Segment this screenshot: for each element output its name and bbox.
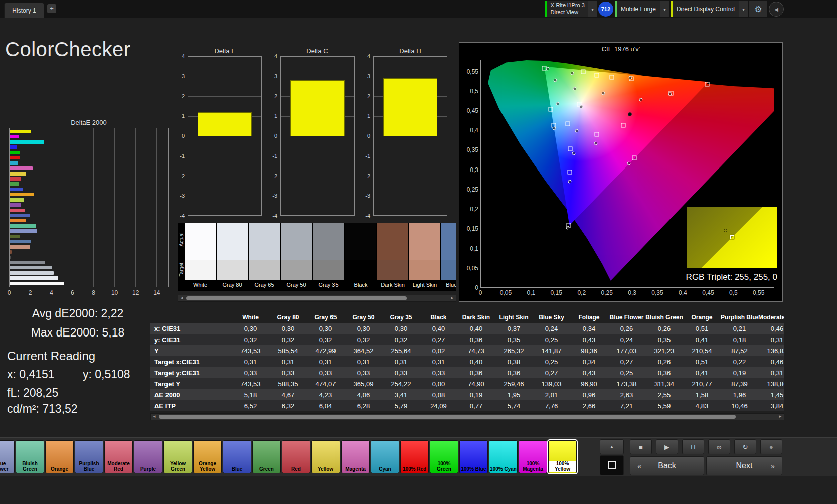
deltae-bar-gray-50 bbox=[10, 266, 52, 269]
cie-measured-point bbox=[572, 152, 576, 155]
table-cell: 7,76 bbox=[533, 402, 570, 410]
cie-xtick: 0,2 bbox=[577, 289, 586, 296]
record-button[interactable]: ● bbox=[760, 439, 782, 454]
patch-button-green[interactable]: Green bbox=[252, 440, 281, 473]
status-badge: 712 bbox=[598, 2, 613, 17]
table-col-header: Foliage bbox=[570, 314, 608, 321]
meter-selector[interactable]: X-Rite i1Pro 3 Direct View ▾ bbox=[545, 1, 596, 17]
stop-icon: ■ bbox=[639, 443, 643, 451]
table-cell: 1,58 bbox=[683, 391, 721, 399]
patch-button-orange-yellow[interactable]: Orange Yellow bbox=[193, 440, 222, 473]
expand-patterns-button[interactable]: ▲ bbox=[600, 439, 624, 454]
patch-button-magenta[interactable]: Magenta bbox=[341, 440, 370, 473]
rgb-triplet-label: RGB Triplet: 255, 255, 0 bbox=[636, 272, 777, 282]
patch-button-purple[interactable]: Purple bbox=[134, 440, 162, 473]
swatch-dark-skin: Dark Skin bbox=[377, 223, 408, 291]
pattern-window-button[interactable] bbox=[600, 455, 624, 475]
scrollbar-thumb[interactable] bbox=[159, 415, 736, 419]
deltae-bar-gray-35 bbox=[10, 261, 45, 264]
patch-button-bluish-green[interactable]: Bluish Green bbox=[16, 440, 44, 473]
table-cell: 0,41 bbox=[683, 369, 721, 377]
delta-gridline bbox=[374, 77, 447, 77]
patch-button-100-magenta[interactable]: 100% Magenta bbox=[519, 440, 547, 473]
swatch-label: Light Skin bbox=[409, 280, 440, 290]
pause-icon: H bbox=[691, 443, 695, 451]
patch-button-label: 100% Blue bbox=[460, 467, 487, 472]
swatch-scrollbar[interactable]: ◄ ► bbox=[178, 295, 456, 302]
deltae-bars bbox=[10, 130, 168, 285]
tab-history-1[interactable]: History 1 bbox=[4, 3, 44, 18]
cie-measured-point bbox=[575, 129, 579, 132]
table-cell: 0,31 bbox=[758, 336, 784, 344]
repeat-button[interactable]: ↻ bbox=[734, 439, 756, 454]
patch-button-red[interactable]: Red bbox=[282, 440, 310, 473]
table-cell: 74,90 bbox=[457, 380, 495, 388]
patch-button-100-green[interactable]: 100% Green bbox=[430, 440, 458, 473]
cie-filled-point bbox=[628, 112, 632, 116]
back-button[interactable]: « Back bbox=[630, 456, 704, 475]
patch-button-yellow-green[interactable]: Yellow Green bbox=[163, 440, 192, 473]
table-cell: 0,21 bbox=[721, 325, 758, 332]
table-cell: 365,09 bbox=[345, 380, 382, 388]
add-tab-button[interactable]: + bbox=[47, 4, 56, 13]
deltae-bar-purplish-blue bbox=[10, 214, 30, 217]
scroll-right-icon[interactable]: ► bbox=[449, 295, 456, 301]
continuous-button[interactable]: ∞ bbox=[708, 439, 730, 454]
patch-button-100-blue[interactable]: 100% Blue bbox=[459, 440, 488, 473]
patch-button-blue-flower[interactable]: Blue Flower bbox=[0, 440, 15, 473]
display-control-label: Direct Display Control bbox=[673, 6, 739, 13]
patch-button-label: 100% Green bbox=[431, 461, 457, 472]
collapse-panel-button[interactable]: ◀ bbox=[769, 2, 784, 17]
table-cell: 0,02 bbox=[420, 347, 457, 355]
pause-button[interactable]: H bbox=[682, 439, 704, 454]
actual-row-label: Actual bbox=[179, 230, 184, 250]
patch-button-yellow[interactable]: Yellow bbox=[311, 440, 340, 473]
chevron-down-icon[interactable]: ▾ bbox=[660, 1, 669, 17]
table-cell: 2,63 bbox=[608, 391, 645, 399]
delta-ytick: 1 bbox=[367, 113, 370, 119]
deltae-bar-black bbox=[10, 256, 11, 259]
patch-button-moderate-red[interactable]: Moderate Red bbox=[104, 440, 133, 473]
stop-button[interactable]: ■ bbox=[630, 439, 652, 454]
table-cell: 6,04 bbox=[307, 402, 345, 410]
scroll-left-icon[interactable]: ◄ bbox=[178, 295, 185, 301]
cie-measured-point bbox=[627, 162, 631, 165]
chevron-down-icon[interactable]: ▾ bbox=[739, 1, 748, 17]
patch-button-purplish-blue[interactable]: Purplish Blue bbox=[75, 440, 103, 473]
display-control-selector[interactable]: Direct Display Control ▾ bbox=[671, 1, 748, 17]
table-scrollbar[interactable]: ◄ ► bbox=[150, 413, 784, 420]
table-cell: 0,40 bbox=[420, 325, 457, 332]
delta-ytick: 3 bbox=[274, 73, 277, 79]
pattern-source-selector[interactable]: Mobile Forge ▾ bbox=[615, 1, 669, 17]
patch-button-100-cyan[interactable]: 100% Cyan bbox=[489, 440, 518, 473]
patch-button-label: 100% Red bbox=[401, 467, 428, 472]
delta-gridline bbox=[188, 77, 261, 77]
cie-xtick: 0,55 bbox=[753, 289, 764, 296]
delta-ytick: -4 bbox=[365, 213, 370, 219]
swatch-target-color bbox=[249, 260, 280, 280]
target-row-label: Target bbox=[179, 260, 184, 280]
chevron-left-icon: ◀ bbox=[774, 7, 778, 12]
next-label: Next bbox=[736, 461, 753, 470]
scroll-right-icon[interactable]: ► bbox=[777, 414, 784, 420]
patch-button-100-red[interactable]: 100% Red bbox=[400, 440, 429, 473]
table-row-label: Y bbox=[150, 347, 232, 355]
patch-button-cyan[interactable]: Cyan bbox=[371, 440, 399, 473]
patch-button-orange[interactable]: Orange bbox=[45, 440, 74, 473]
next-button[interactable]: Next » bbox=[706, 456, 782, 475]
patch-button-blue[interactable]: Blue bbox=[223, 440, 251, 473]
table-col-header: Blue Flower bbox=[608, 314, 645, 321]
table-cell: 0,27 bbox=[608, 358, 645, 366]
play-button[interactable]: ▶ bbox=[656, 439, 678, 454]
settings-button[interactable]: ⚙ bbox=[749, 1, 767, 17]
chevron-down-icon[interactable]: ▾ bbox=[588, 1, 597, 17]
patch-button-100-yellow[interactable]: 100% Yellow bbox=[548, 440, 577, 473]
swatch-target-color bbox=[409, 260, 440, 280]
patch-button-label: Yellow bbox=[312, 467, 339, 472]
scroll-left-icon[interactable]: ◄ bbox=[151, 414, 158, 420]
deltae-bar-orange bbox=[10, 219, 26, 222]
deltae-bar-100-magenta bbox=[10, 135, 19, 138]
table-cell: 0,37 bbox=[495, 325, 533, 332]
scrollbar-thumb[interactable] bbox=[186, 296, 407, 300]
delta-ytick: 0 bbox=[182, 133, 185, 139]
